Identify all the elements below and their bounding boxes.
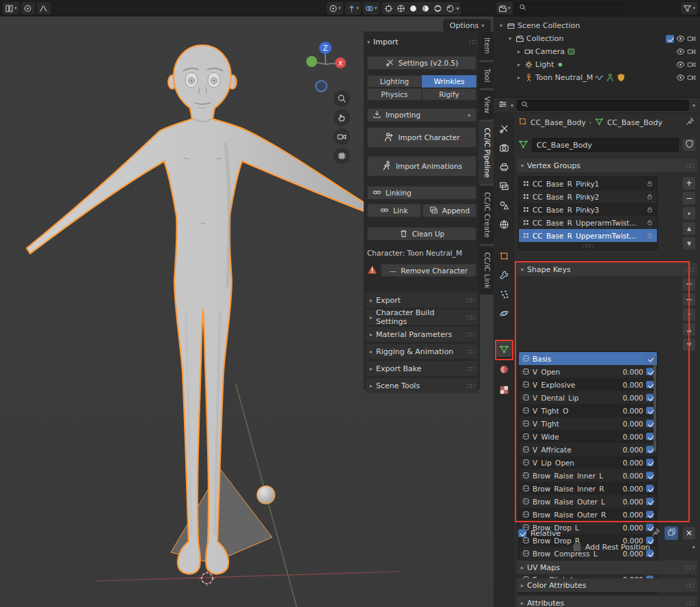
panel-header-collapsed[interactable]: ▸Export∷∷ xyxy=(366,293,478,308)
properties-tab-world[interactable] xyxy=(496,216,512,232)
body-silhouette[interactable] xyxy=(27,45,375,574)
append-button[interactable]: Append xyxy=(422,204,476,217)
sidebar-tab-view[interactable]: View xyxy=(479,90,494,120)
lock-icon[interactable] xyxy=(646,206,654,213)
properties-tab-scene[interactable] xyxy=(496,197,512,213)
properties-tab-view-layer[interactable] xyxy=(496,178,512,194)
drag-handle-icon[interactable]: ∷∷ xyxy=(686,266,693,273)
pivot-point-icon[interactable]: ▾ xyxy=(327,2,343,14)
outliner-row[interactable]: ▸Toon Neutral_M xyxy=(494,71,700,84)
shape-key-row[interactable]: Basis xyxy=(519,352,657,365)
shape-key-name[interactable]: Basis xyxy=(533,355,616,363)
xray-icon[interactable] xyxy=(407,4,419,13)
shape-key-mute-checkbox[interactable] xyxy=(646,511,654,518)
shape-key-value[interactable]: 0.000 xyxy=(619,433,643,441)
vertex-group-name[interactable]: CC_Base_R_Pinky1 xyxy=(533,180,643,188)
filter-funnel-icon[interactable]: ▾ xyxy=(681,2,697,14)
drag-handle-icon[interactable]: ∷∷ xyxy=(686,582,693,589)
shape-key-value[interactable]: 0.000 xyxy=(619,381,643,389)
shape-key-name[interactable]: Brow_Raise_Outer_R xyxy=(533,511,616,519)
hide-in-viewport-icon[interactable] xyxy=(676,47,685,56)
shape-key-mute-checkbox[interactable] xyxy=(646,420,654,427)
vertex-group-name[interactable]: CC_Base_R_Pinky2 xyxy=(533,193,643,201)
shape-key-mute-checkbox[interactable] xyxy=(646,394,654,401)
vertex-group-move-up-button[interactable]: ▲ xyxy=(682,221,696,235)
shape-key-value[interactable]: 0.000 xyxy=(619,472,643,480)
outliner-search[interactable] xyxy=(515,3,624,14)
outliner-row[interactable]: ▾Collection xyxy=(494,32,700,45)
relative-checkbox[interactable] xyxy=(518,529,526,537)
vertex-group-row[interactable]: CC_Base_R_Pinky3 xyxy=(519,203,657,216)
outliner-row[interactable]: ▾Scene Collection xyxy=(494,19,700,32)
clean-up-button[interactable]: Clean Up xyxy=(367,227,476,241)
drag-handle-icon[interactable]: ∷∷ xyxy=(466,382,474,390)
sidebar-tab-cc-ic-create[interactable]: CC/iC Create xyxy=(479,186,494,244)
disable-in-renders-icon[interactable] xyxy=(687,60,696,69)
shape-key-specials-button[interactable]: ▾ xyxy=(682,308,696,321)
dotg-icon[interactable] xyxy=(556,60,565,69)
vertex-group-name[interactable]: CC_Base_R_UpperarmTwist... xyxy=(533,232,643,240)
character-model[interactable] xyxy=(27,45,375,574)
shape-key-value[interactable]: 0.000 xyxy=(619,420,643,428)
hide-in-viewport-icon[interactable] xyxy=(676,34,685,43)
vertex-group-name[interactable]: CC_Base_R_UpperarmTwist... xyxy=(533,219,643,227)
lock-icon[interactable] xyxy=(646,193,654,200)
outliner-item-label[interactable]: Camera xyxy=(535,47,565,56)
vertex-group-row[interactable]: CC_Base_R_UpperarmTwist... xyxy=(519,229,657,242)
panel-header-attributes[interactable]: ▸Attributes∷∷ xyxy=(517,596,697,607)
shape-key-name[interactable]: V_Explosive xyxy=(533,381,616,389)
editor-type-icon[interactable]: ▾ xyxy=(3,2,19,14)
axis-y-handle[interactable] xyxy=(306,56,317,67)
shape-key-name[interactable]: Brow_Raise_Inner_L xyxy=(533,472,616,480)
shape-key-value[interactable]: 0.000 xyxy=(619,459,643,467)
shape-key-name[interactable]: V_Tight_O xyxy=(533,407,616,415)
shape-key-name[interactable]: Brow_Raise_Inner_R xyxy=(533,485,616,493)
shape-key-row[interactable]: V_Tight_O0.000 xyxy=(519,404,657,417)
shading-solid-icon[interactable] xyxy=(420,4,431,13)
sphere-prop[interactable] xyxy=(257,486,275,504)
shape-key-move-up-button[interactable]: ▲ xyxy=(682,323,696,336)
zoom-button[interactable] xyxy=(334,90,350,107)
pan-hand-button[interactable] xyxy=(334,109,350,126)
drag-handle-icon[interactable]: ∷∷ xyxy=(686,162,693,170)
chevron-down-icon[interactable]: ▾ xyxy=(692,103,695,109)
proportional-editing-icon[interactable]: ▾ xyxy=(363,2,379,14)
shape-key-mute-checkbox[interactable] xyxy=(646,498,654,505)
expander-icon[interactable]: ▸ xyxy=(515,62,522,68)
sidebar-tab-item[interactable]: Item xyxy=(479,31,494,60)
disable-in-renders-icon[interactable] xyxy=(687,47,696,56)
drag-handle-icon[interactable]: ∷∷ xyxy=(466,331,474,338)
outliner-filter-icon[interactable]: ▾ xyxy=(496,2,513,14)
shape-key-name[interactable]: V_Lip_Open xyxy=(533,459,616,467)
shape-key-row[interactable]: V_Open0.000 xyxy=(519,365,657,378)
panel-header-collapsed[interactable]: ▸Scene Tools∷∷ xyxy=(366,378,478,393)
outliner-item-label[interactable]: Collection xyxy=(526,34,563,43)
toggle-lighting[interactable]: Lighting xyxy=(367,75,422,87)
drag-handle-icon[interactable]: ∷∷ xyxy=(466,314,474,321)
drag-handle-icon[interactable]: ∷∷ xyxy=(469,38,476,46)
shieldo-icon[interactable] xyxy=(617,73,625,82)
properties-tab-material[interactable] xyxy=(496,361,512,377)
breadcrumb-object[interactable]: CC_Base_Body xyxy=(530,118,586,127)
shape-key-add-button[interactable]: + xyxy=(682,278,696,291)
vertex-group-add-button[interactable]: + xyxy=(682,176,696,190)
fake-user-shield-button[interactable] xyxy=(682,138,696,152)
lock-icon[interactable] xyxy=(646,232,654,239)
shape-key-row[interactable]: V_Tight0.000 xyxy=(519,417,657,430)
properties-search[interactable] xyxy=(517,100,689,111)
outliner-item-label[interactable]: Scene Collection xyxy=(517,21,580,30)
grid-ortho-button[interactable] xyxy=(334,148,350,164)
panel-header-uv-maps[interactable]: ▸UV Maps∷∷ xyxy=(517,561,697,574)
shape-key-value[interactable]: 0.000 xyxy=(619,485,643,493)
shape-key-value[interactable]: 0.000 xyxy=(619,394,643,402)
outliner-item-label[interactable]: Light xyxy=(535,60,554,69)
shape-key-name[interactable]: V_Dental_Lip xyxy=(533,394,616,402)
shape-key-row[interactable]: V_Explosive0.000 xyxy=(519,378,657,391)
panel-header-collapsed[interactable]: ▸Material Parameters∷∷ xyxy=(366,327,478,342)
shape-key-name[interactable]: V_Open xyxy=(533,368,616,376)
outliner-item-label[interactable]: Toon Neutral_M xyxy=(535,73,593,82)
drag-handle-icon[interactable]: ∷∷ xyxy=(686,599,693,607)
keying-icon[interactable] xyxy=(21,2,35,14)
chevron-down-icon[interactable]: ▾ xyxy=(457,5,459,12)
shape-key-row[interactable]: Brow_Raise_Outer_R0.000 xyxy=(519,508,657,521)
